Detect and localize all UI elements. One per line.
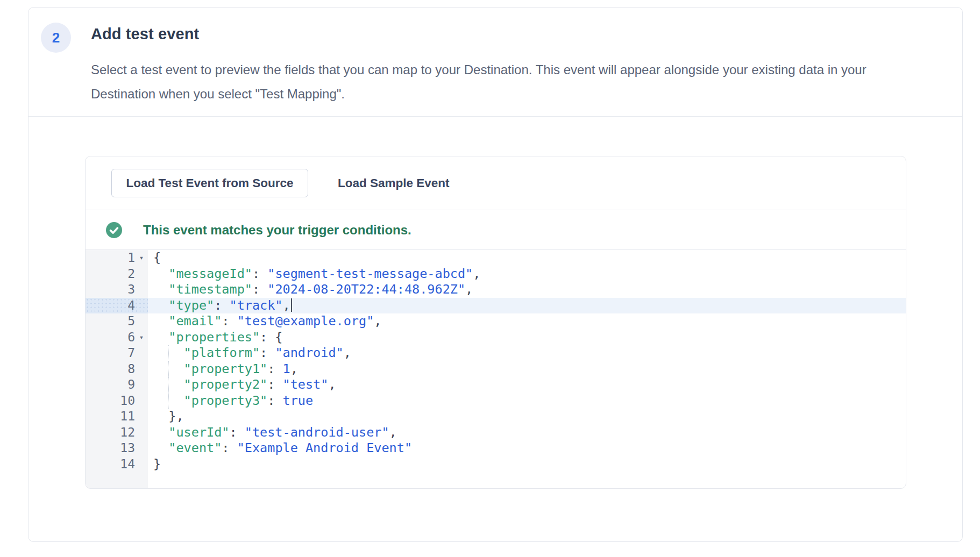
- code-line[interactable]: 5 "email": "test@example.org",: [86, 313, 906, 330]
- code-token: [153, 393, 184, 408]
- line-number: 12: [86, 425, 148, 441]
- line-number: 14: [86, 456, 148, 473]
- code-token: :: [229, 425, 244, 440]
- code-token: ,: [344, 345, 351, 360]
- line-number: 10: [86, 393, 148, 409]
- code-token: "type": [168, 298, 214, 313]
- code-token: [153, 266, 168, 281]
- code-line[interactable]: 2 "messageId": "segment-test-message-abc…: [86, 266, 906, 282]
- step-card: 2 Add test event Select a test event to …: [28, 7, 963, 542]
- code-line-content[interactable]: "event": "Example Android Event": [148, 440, 906, 456]
- code-line[interactable]: 8 "property1": 1,: [86, 361, 906, 377]
- code-line[interactable]: 9 "property2": "test",: [86, 377, 906, 393]
- code-token: "2024-08-20T22:44:48.962Z": [267, 282, 465, 297]
- code-line[interactable]: 3 "timestamp": "2024-08-20T22:44:48.962Z…: [86, 282, 906, 298]
- code-line[interactable]: 13 "event": "Example Android Event": [86, 440, 906, 456]
- code-token: }: [153, 456, 161, 472]
- code-token: :: [260, 345, 275, 360]
- code-token: [153, 298, 168, 313]
- code-line[interactable]: 1▾{: [86, 250, 906, 266]
- code-line[interactable]: 14}: [86, 456, 906, 473]
- code-line-content[interactable]: "type": "track",: [148, 298, 906, 314]
- code-line[interactable]: 6▾ "properties": {: [86, 330, 906, 346]
- fold-arrow-icon[interactable]: ▾: [136, 330, 147, 346]
- code-line-content[interactable]: "platform": "android",: [148, 345, 906, 361]
- code-line-content[interactable]: {: [148, 250, 906, 266]
- code-line-content[interactable]: "property3": true: [148, 393, 906, 409]
- test-event-panel: Load Test Event from Source Load Sample …: [85, 156, 906, 489]
- code-line-content[interactable]: "property2": "test",: [148, 377, 906, 393]
- code-line-content[interactable]: "messageId": "segment-test-message-abcd"…: [148, 266, 906, 282]
- code-token: "Example Android Event": [237, 440, 412, 455]
- code-line-content[interactable]: }: [148, 456, 906, 473]
- code-token: ,: [328, 377, 336, 392]
- text-cursor: [291, 298, 292, 312]
- line-number: 8: [86, 361, 148, 377]
- page-title: Add test event: [91, 25, 199, 43]
- code-token: [153, 440, 168, 455]
- step-description: Select a test event to preview the field…: [91, 58, 946, 106]
- load-sample-event-button[interactable]: Load Sample Event: [330, 169, 458, 197]
- code-token: ,: [473, 266, 480, 281]
- code-token: [153, 377, 184, 392]
- gutter-filler: [86, 472, 148, 488]
- code-token: :: [252, 282, 267, 297]
- code-token: : {: [260, 330, 282, 345]
- line-number: 4: [86, 298, 148, 314]
- code-filler[interactable]: [148, 472, 906, 488]
- code-token: "track": [229, 298, 282, 313]
- load-test-event-button[interactable]: Load Test Event from Source: [111, 169, 308, 197]
- code-token: "test": [283, 377, 329, 392]
- code-token: [153, 425, 168, 440]
- code-token: ,: [374, 313, 381, 329]
- code-token: "email": [168, 313, 222, 329]
- code-line[interactable]: 10 "property3": true: [86, 393, 906, 409]
- code-token: [153, 330, 168, 345]
- code-token: "messageId": [168, 266, 252, 281]
- header-divider: [29, 116, 962, 117]
- code-line-content[interactable]: "email": "test@example.org",: [148, 313, 906, 330]
- code-line[interactable]: 12 "userId": "test-android-user",: [86, 425, 906, 441]
- line-number: 3: [86, 282, 148, 298]
- code-token: [153, 282, 168, 297]
- code-token: 1: [283, 361, 290, 376]
- json-code-editor[interactable]: 1▾{2 "messageId": "segment-test-message-…: [86, 250, 906, 488]
- code-token: "test@example.org": [237, 313, 374, 329]
- code-token: [153, 313, 168, 329]
- code-lines: 1▾{2 "messageId": "segment-test-message-…: [86, 250, 906, 488]
- code-line-content[interactable]: "properties": {: [148, 330, 906, 346]
- code-token: :: [222, 440, 237, 455]
- code-token: ,: [283, 298, 290, 313]
- code-token: "property1": [184, 361, 268, 376]
- code-token: "properties": [168, 330, 260, 345]
- code-line-content[interactable]: "property1": 1,: [148, 361, 906, 377]
- code-token: "property3": [184, 393, 268, 408]
- code-line-content[interactable]: "timestamp": "2024-08-20T22:44:48.962Z",: [148, 282, 906, 298]
- check-circle-icon: [106, 222, 122, 238]
- code-token: "segment-test-message-abcd": [267, 266, 473, 281]
- fold-arrow-icon[interactable]: ▾: [136, 250, 147, 266]
- code-token: :: [267, 393, 282, 408]
- code-token: {: [153, 250, 161, 265]
- editor-filler: [86, 472, 906, 488]
- code-line-content[interactable]: "userId": "test-android-user",: [148, 425, 906, 441]
- code-token: true: [283, 393, 314, 408]
- code-token: [153, 345, 184, 360]
- step-description-line1: Select a test event to preview the field…: [91, 58, 946, 82]
- code-token: "property2": [184, 377, 268, 392]
- line-number: 5: [86, 313, 148, 330]
- code-line[interactable]: 4 "type": "track",: [86, 298, 906, 314]
- code-line[interactable]: 11 },: [86, 409, 906, 425]
- code-line[interactable]: 7 "platform": "android",: [86, 345, 906, 361]
- code-token: :: [252, 266, 267, 281]
- code-line-content[interactable]: },: [148, 409, 906, 425]
- code-token: :: [267, 361, 282, 376]
- step-description-line2: Destination when you select "Test Mappin…: [91, 82, 946, 106]
- line-number: 6▾: [86, 330, 148, 346]
- status-message: This event matches your trigger conditio…: [143, 223, 411, 238]
- code-token: :: [214, 298, 229, 313]
- line-number: 2: [86, 266, 148, 282]
- event-source-toolbar: Load Test Event from Source Load Sample …: [86, 156, 906, 210]
- code-token: ,: [465, 282, 473, 297]
- code-token: :: [222, 313, 237, 329]
